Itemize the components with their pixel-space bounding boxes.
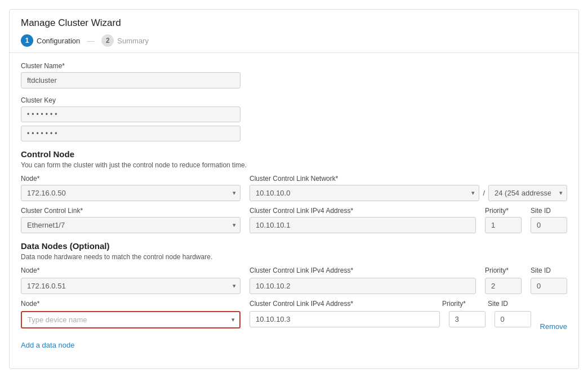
ccl-link-label: Cluster Control Link* <box>21 207 240 215</box>
wizard-title: Manage Cluster Wizard <box>21 17 567 29</box>
data-node-1-label: Node* <box>21 266 240 274</box>
data-node-2-siteid-label: Site ID <box>488 300 524 308</box>
data-node-2-select-wrapper: Type device name ▾ <box>22 312 239 327</box>
data-node-2-priority-group <box>449 311 485 327</box>
wizard-steps: 1 Configuration — 2 Summary <box>21 34 567 47</box>
data-node-1-ipv4-group <box>250 278 476 294</box>
ccl-network-group: Cluster Control Link Network* 10.10.10.0… <box>250 175 567 201</box>
data-node-ccl-ipv4-1-label: Cluster Control Link IPv4 Address* <box>250 266 476 274</box>
data-node-1-siteid-input[interactable] <box>531 278 567 294</box>
cluster-name-section: Cluster Name* <box>21 62 567 88</box>
ccl-network-select[interactable]: 10.10.10.0 <box>250 185 479 201</box>
data-node-2-select[interactable]: Type device name <box>22 312 239 327</box>
wizard-body: Cluster Name* Cluster Key Control Node Y… <box>10 53 578 368</box>
data-nodes-title: Data Nodes (Optional) <box>21 241 567 251</box>
slash-separator: / <box>483 189 485 197</box>
control-node-title: Control Node <box>21 149 567 159</box>
data-node-1-priority-group <box>485 278 522 294</box>
cluster-key-input-1[interactable] <box>21 106 240 122</box>
control-node-select[interactable]: 172.16.0.50 <box>21 185 240 201</box>
priority-label: Priority* <box>485 207 522 215</box>
ccl-ipv4-input[interactable] <box>250 217 476 233</box>
data-node-2-node-label: Node* <box>21 300 240 308</box>
priority-group: Priority* <box>485 207 522 233</box>
control-node-row1: Node* 172.16.0.50 ▾ Cluster Control Link… <box>21 175 567 201</box>
remove-wrapper: Remove <box>540 312 567 331</box>
control-node-section: Control Node You can form the cluster wi… <box>21 149 567 233</box>
ccl-link-select[interactable]: Ethernet1/7 <box>21 217 240 233</box>
control-node-row2: Cluster Control Link* Ethernet1/7 ▾ Clus… <box>21 207 567 233</box>
site-id-group: Site ID <box>531 207 567 233</box>
prefix-select-wrapper: 24 (254 addresses) ▾ <box>488 185 567 201</box>
site-id-label: Site ID <box>531 207 567 215</box>
ccl-link-select-wrapper: Ethernet1/7 ▾ <box>21 217 240 233</box>
step-separator: — <box>87 36 95 45</box>
data-nodes-section: Data Nodes (Optional) Data node hardware… <box>21 241 567 349</box>
control-node-group: Node* 172.16.0.50 ▾ <box>21 175 240 201</box>
step-2-label: Summary <box>117 37 149 45</box>
control-node-label: Node* <box>21 175 240 183</box>
wizard-container: Manage Cluster Wizard 1 Configuration — … <box>9 9 579 369</box>
data-node-2-priority-input[interactable] <box>449 311 485 327</box>
data-nodes-desc: Data node hardware needs to match the co… <box>21 253 567 261</box>
data-node-1-siteid-group <box>531 278 567 294</box>
remove-button[interactable]: Remove <box>540 322 567 331</box>
data-node-1-ipv4-input[interactable] <box>250 278 476 294</box>
ccl-ipv4-label: Cluster Control Link IPv4 Address* <box>250 207 476 215</box>
step-2: 2 Summary <box>101 34 149 47</box>
data-node-siteid-1-label: Site ID <box>531 266 567 274</box>
cluster-name-label: Cluster Name* <box>21 62 567 70</box>
data-node-1-select-wrapper: 172.16.0.51 ▾ <box>21 278 240 294</box>
ccl-network-select-wrapper: 10.10.10.0 ▾ <box>250 185 479 201</box>
cluster-key-input-2[interactable] <box>21 126 240 141</box>
data-node-row-2: Type device name ▾ <box>21 311 567 331</box>
step-1: 1 Configuration <box>21 34 80 47</box>
add-data-node-link[interactable]: Add a data node <box>21 341 74 349</box>
data-node-row-2-labels: Node* Cluster Control Link IPv4 Address*… <box>21 300 567 310</box>
wizard-header: Manage Cluster Wizard 1 Configuration — … <box>10 10 578 53</box>
data-node-1-select[interactable]: 172.16.0.51 <box>21 278 240 294</box>
data-node-2-ipv4-input[interactable] <box>250 311 440 327</box>
data-node-row-2-wrapper: Node* Cluster Control Link IPv4 Address*… <box>21 300 567 331</box>
data-node-2-priority-label: Priority* <box>442 300 479 308</box>
data-node-2-ccl-ipv4-label: Cluster Control Link IPv4 Address* <box>250 300 433 308</box>
step-1-label: Configuration <box>37 37 80 45</box>
site-id-input[interactable] <box>531 217 567 233</box>
data-node-row-headers: Node* Cluster Control Link IPv4 Address*… <box>21 266 567 277</box>
data-node-1-priority-input[interactable] <box>485 278 522 294</box>
cluster-key-label: Cluster Key <box>21 96 567 104</box>
ccl-network-row: 10.10.10.0 ▾ / 24 (254 addresses) ▾ <box>250 185 567 201</box>
data-node-2-group: Type device name ▾ <box>21 311 240 328</box>
prefix-select[interactable]: 24 (254 addresses) <box>488 185 567 201</box>
control-node-select-wrapper: 172.16.0.50 ▾ <box>21 185 240 201</box>
step-1-circle: 1 <box>21 34 33 47</box>
cluster-name-input[interactable] <box>21 72 240 88</box>
data-node-2-highlighted-wrapper: Type device name ▾ <box>21 311 240 328</box>
ccl-link-group: Cluster Control Link* Ethernet1/7 ▾ <box>21 207 240 233</box>
control-node-desc: You can form the cluster with just the c… <box>21 161 567 169</box>
ccl-network-label: Cluster Control Link Network* <box>250 175 567 183</box>
data-node-priority-1-label: Priority* <box>485 266 522 274</box>
cluster-key-section: Cluster Key <box>21 96 567 141</box>
data-node-2-siteid-group <box>495 311 531 327</box>
priority-input[interactable] <box>485 217 522 233</box>
step-2-circle: 2 <box>101 34 114 47</box>
data-node-1-group: 172.16.0.51 ▾ <box>21 278 240 294</box>
data-node-row-1: 172.16.0.51 ▾ <box>21 278 567 294</box>
data-node-2-siteid-input[interactable] <box>495 311 531 327</box>
data-node-2-ipv4-group <box>250 311 440 327</box>
ccl-ipv4-group: Cluster Control Link IPv4 Address* <box>250 207 476 233</box>
